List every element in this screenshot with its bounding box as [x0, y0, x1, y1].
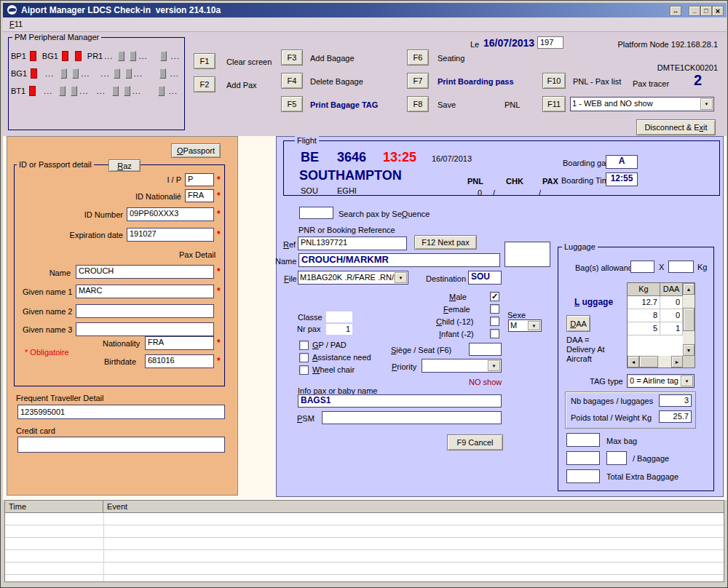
- minimize-button[interactable]: _: [689, 6, 700, 16]
- chevron-down-icon[interactable]: ▼: [700, 98, 713, 110]
- f4-button[interactable]: F4: [281, 73, 303, 89]
- disconnect-exit-button[interactable]: Disconnect & Exit: [636, 119, 716, 135]
- required-asterisk: *: [217, 229, 221, 239]
- f3-button[interactable]: F3: [281, 49, 303, 65]
- luggage-link-label[interactable]: L uggage: [574, 297, 613, 307]
- scrollbar-thumb-vertical[interactable]: [683, 308, 695, 331]
- given-name-2-field[interactable]: [76, 304, 214, 318]
- expiration-date-field[interactable]: 191027: [127, 228, 214, 242]
- scroll-down-icon[interactable]: ▼: [683, 344, 695, 356]
- luggage-cell-daa: 1: [660, 322, 683, 335]
- id-nationality-field[interactable]: FRA: [185, 189, 214, 202]
- ip-field[interactable]: P: [185, 173, 214, 186]
- chevron-down-icon[interactable]: ▼: [395, 272, 407, 283]
- daa-button[interactable]: DAA: [566, 315, 590, 332]
- pax-tracer-label: Pax tracer: [633, 79, 669, 88]
- f12-next-pax-button[interactable]: F12 Next pax: [414, 235, 477, 250]
- max-bag-field[interactable]: [566, 433, 600, 447]
- f8-button[interactable]: F8: [407, 96, 429, 112]
- search-sequence-field[interactable]: [299, 207, 333, 219]
- f11-button[interactable]: F11: [542, 96, 566, 112]
- birthdate-field[interactable]: 681016: [145, 354, 214, 368]
- infant-checkbox[interactable]: [490, 329, 499, 338]
- per-baggage-field-1[interactable]: [566, 451, 600, 465]
- scroll-right-icon[interactable]: ►: [671, 356, 683, 368]
- event-log-col-time[interactable]: Time: [5, 501, 103, 512]
- f5-label: Print Bagage TAG: [310, 100, 378, 109]
- given-name-3-field[interactable]: [76, 322, 214, 336]
- raz-button[interactable]: Raz: [108, 159, 141, 172]
- female-checkbox[interactable]: [490, 304, 499, 314]
- male-checkbox[interactable]: ✓: [490, 292, 499, 301]
- luggage-cell-kg: 12.7: [628, 296, 660, 309]
- file-dropdown[interactable]: M1BAG20K .R/FARE .RN/N ▼: [298, 271, 408, 285]
- resize-button[interactable]: ↔: [670, 6, 681, 16]
- f2-button[interactable]: F2: [194, 76, 215, 92]
- sexe-dropdown[interactable]: M ▼: [508, 319, 542, 332]
- total-extra-baggage-field[interactable]: [566, 469, 600, 483]
- open-passport-button[interactable]: O Passport: [171, 143, 221, 158]
- peripheral-dots: ...: [171, 52, 180, 60]
- scroll-left-icon[interactable]: ◄: [628, 356, 639, 368]
- f5-button[interactable]: F5: [281, 96, 303, 112]
- chevron-down-icon[interactable]: ▼: [488, 360, 500, 371]
- close-button[interactable]: ×: [712, 6, 724, 16]
- f9-cancel-button[interactable]: F9 Cancel: [447, 434, 503, 450]
- ip-label: I / P: [146, 175, 181, 184]
- per-baggage-field-2[interactable]: [606, 451, 627, 465]
- priority-dropdown[interactable]: ▼: [422, 359, 502, 373]
- f7-button[interactable]: F7: [407, 73, 429, 89]
- gp-pad-checkbox[interactable]: [299, 341, 309, 350]
- status-indicator-red: [75, 51, 82, 61]
- count-separator: /: [539, 188, 541, 197]
- pax-name-field[interactable]: CROUCH/MARKMR: [298, 253, 500, 267]
- luggage-cell-kg: 8: [628, 309, 660, 322]
- chevron-down-icon[interactable]: ▼: [528, 321, 540, 330]
- daa-note-line3: Aircraft: [566, 354, 592, 363]
- classe-field[interactable]: [326, 311, 352, 322]
- f6-button[interactable]: F6: [407, 49, 429, 65]
- destination-field[interactable]: SOU: [468, 271, 502, 285]
- pnl-count: 0: [478, 188, 482, 197]
- f1-button[interactable]: F1: [194, 53, 215, 69]
- flight-number: 3646: [337, 150, 366, 165]
- credit-card-field[interactable]: [17, 437, 225, 453]
- peripheral-row-1: BP1 BG1 PR1 ... ... ...: [11, 50, 182, 62]
- bag-allowance-kg-field[interactable]: [668, 261, 694, 273]
- peripheral-dots: ...: [132, 87, 141, 95]
- event-log-column-divider: [103, 513, 104, 581]
- tag-type-dropdown[interactable]: 0 = Airline tag t ▼: [627, 374, 695, 388]
- f11-dropdown[interactable]: 1 - WEB and NO show ▼: [570, 97, 714, 111]
- given-name-1-field[interactable]: MARC: [76, 285, 214, 298]
- frequent-traveller-field[interactable]: 1235995001: [17, 405, 225, 419]
- platform-node-label: Platform Node 192.168.28.1: [572, 40, 718, 49]
- f10-button[interactable]: F10: [542, 73, 566, 89]
- assistance-checkbox[interactable]: [299, 353, 309, 362]
- event-log-col-event[interactable]: Event: [103, 501, 724, 512]
- day-number-field[interactable]: 197: [537, 36, 563, 49]
- pax-detail-label: Pax Detail: [179, 250, 215, 259]
- f3-label: Add Bagage: [310, 54, 355, 63]
- poids-total-field[interactable]: 25.7: [659, 410, 692, 423]
- wheelchair-checkbox[interactable]: [299, 365, 309, 375]
- scrollbar-thumb-horizontal[interactable]: [639, 356, 658, 368]
- chevron-down-icon[interactable]: ▼: [681, 376, 693, 386]
- nationality-field[interactable]: FRA: [145, 336, 214, 350]
- child-checkbox[interactable]: [490, 317, 499, 326]
- bag-allowance-count-field[interactable]: [630, 261, 654, 273]
- nr-pax-field[interactable]: 1: [326, 324, 352, 335]
- psm-field[interactable]: [322, 411, 502, 424]
- boarding-time-field[interactable]: 12:55: [606, 172, 638, 186]
- scroll-up-icon[interactable]: ▲: [683, 283, 695, 295]
- menu-item-f11[interactable]: F11: [9, 20, 23, 28]
- seat-field[interactable]: [469, 343, 502, 356]
- boarding-gate-field[interactable]: A: [606, 155, 638, 169]
- id-number-field[interactable]: 09PP60XXX3: [127, 207, 214, 221]
- nb-bagages-field[interactable]: 3: [659, 394, 692, 407]
- status-indicator-gray: [158, 86, 165, 96]
- info-pax-field[interactable]: BAGS1: [298, 394, 502, 408]
- ref-field[interactable]: PNL1397721: [298, 237, 407, 250]
- name-field[interactable]: CROUCH: [76, 265, 214, 279]
- required-asterisk: *: [217, 356, 221, 366]
- maximize-button[interactable]: □: [700, 6, 712, 16]
